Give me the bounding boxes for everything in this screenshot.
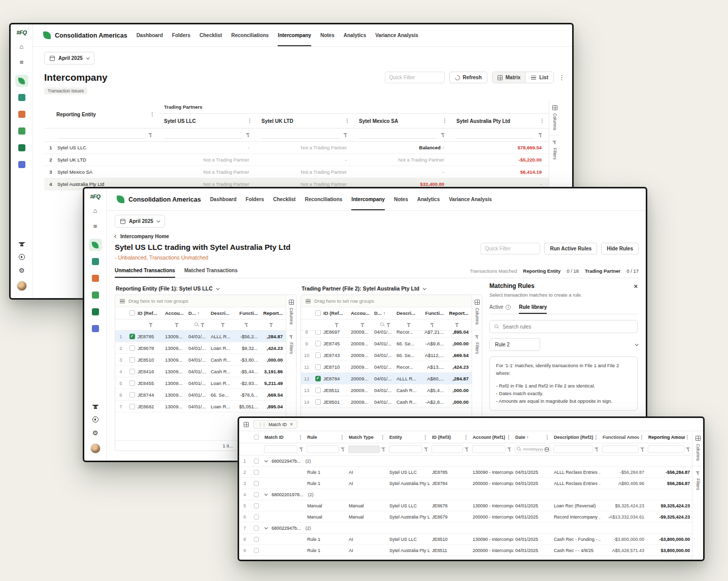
filter-funnel-icon[interactable] <box>175 322 179 327</box>
column-menu-icon[interactable]: ⋮ <box>639 435 644 440</box>
col-header-id[interactable]: ID (Ref... <box>138 310 165 316</box>
column-menu-icon[interactable]: ⋮ <box>545 435 550 440</box>
row-checkbox-checked[interactable]: ✓ <box>315 376 321 381</box>
filters-panel-tab[interactable]: Filters <box>692 466 703 495</box>
col-header-rule[interactable]: Rule⋮ <box>305 431 347 443</box>
row-group-dropzone[interactable]: Drag here to set row groups <box>115 295 286 307</box>
col-header-functional[interactable]: Functi... <box>421 310 445 316</box>
row-checkbox-checked[interactable]: ✓ <box>129 334 135 339</box>
account-filter-input[interactable] <box>472 445 506 453</box>
partner-col-sytel-uk[interactable]: Sytel UK LTD⋮ <box>256 114 354 128</box>
match-row[interactable]: 9 Rule 1 AI Sytel Australia Pty Ltd JE85… <box>239 545 692 556</box>
nav-intercompany[interactable]: Intercompany <box>351 188 385 210</box>
chevron-down-icon[interactable] <box>264 492 268 496</box>
filter-funnel-icon[interactable] <box>201 322 205 327</box>
rule-selector[interactable]: Rule 2 <box>489 338 540 351</box>
compass-icon[interactable] <box>19 254 25 260</box>
transaction-row[interactable]: 12 ✓ JE8784 20009... 04/01/... ALLL R...… <box>301 373 472 384</box>
file2-header[interactable]: Trading Partner (File 2): Sytel Australi… <box>301 282 482 295</box>
match-id-group-chip[interactable]: ⋮⋮ Match ID × <box>253 420 297 429</box>
row-checkbox[interactable] <box>315 364 321 370</box>
filter-funnel-icon[interactable] <box>465 447 469 451</box>
row-checkbox[interactable] <box>254 514 259 520</box>
row-checkbox[interactable] <box>129 404 135 409</box>
match-row[interactable]: 8 Rule 1 AI Sytel US LLC JE8510 130090 -… <box>239 534 692 545</box>
filters-panel-tab[interactable]: Filters <box>472 330 482 359</box>
row-checkbox[interactable] <box>254 459 259 464</box>
col-header-account[interactable]: Accou... <box>351 310 374 316</box>
matrix-cell-amount[interactable]: $32,400.00 <box>354 181 451 187</box>
column-filter-input[interactable] <box>359 131 437 139</box>
col-header-match-id[interactable]: Match ID⋮ <box>262 431 305 443</box>
row-checkbox[interactable] <box>129 345 135 351</box>
row-checkbox[interactable] <box>129 357 135 363</box>
column-menu-icon[interactable]: ⋮ <box>593 435 599 440</box>
nav-reconciliations[interactable]: Reconciliations <box>305 188 342 210</box>
column-menu-icon[interactable]: ⋮ <box>247 118 252 123</box>
col-header-date[interactable]: D...↑ <box>188 310 211 316</box>
rules-search-input[interactable] <box>503 324 633 330</box>
col-header-reporting[interactable]: Report... <box>259 310 286 316</box>
columns-panel-tab[interactable]: Columns <box>286 295 296 330</box>
graduation-cap-icon[interactable] <box>18 242 25 247</box>
column-menu-icon[interactable]: ⋮ <box>340 435 345 440</box>
select-all-checkbox[interactable] <box>315 310 321 316</box>
transaction-row[interactable]: 9 JE8745 20009... 04/01/... 66. Se... -A… <box>301 338 472 349</box>
transaction-row[interactable]: 11 JE8710 20009... 04/01/... Recor... A$… <box>301 361 472 373</box>
col-header-entity[interactable]: Entity⋮ <box>387 431 430 443</box>
col-header-account[interactable]: Accou... <box>165 310 188 316</box>
rule-filter-input[interactable] <box>307 445 339 453</box>
col-header-reporting[interactable]: Report... <box>445 310 472 316</box>
nav-analytics[interactable]: Analytics <box>417 188 440 210</box>
quick-filter-input[interactable] <box>480 243 540 254</box>
filter-funnel-icon[interactable] <box>640 447 645 451</box>
filter-funnel-icon[interactable] <box>407 322 411 327</box>
filter-funnel-icon[interactable] <box>538 133 543 137</box>
col-header-date[interactable]: D...↑ <box>374 310 396 316</box>
filter-funnel-icon[interactable] <box>455 322 459 327</box>
gear-icon[interactable]: ⚙ <box>92 430 98 436</box>
graduation-cap-icon[interactable] <box>92 405 99 409</box>
nav-checklist[interactable]: Checklist <box>273 188 295 210</box>
match-group-row[interactable]: 7 680022947b...(2) <box>239 523 692 534</box>
nav-reconciliations[interactable]: Reconciliations <box>231 24 269 46</box>
list-filter-icon[interactable]: ≡ <box>90 221 101 231</box>
nav-notes[interactable]: Notes <box>394 188 408 210</box>
sidebar-item-app-6[interactable] <box>15 158 28 171</box>
tab-rule-library[interactable]: Rule library <box>519 302 547 314</box>
sidebar-item-app-5[interactable] <box>15 142 28 154</box>
matrix-cell-amount[interactable]: -$5,220.00 <box>451 157 549 163</box>
row-checkbox[interactable] <box>254 548 259 553</box>
row-checkbox[interactable] <box>254 470 259 475</box>
row-checkbox[interactable] <box>129 369 135 374</box>
select-all-checkbox[interactable] <box>254 435 259 440</box>
chevron-down-icon[interactable] <box>264 526 268 529</box>
nav-variance-analysis[interactable]: Variance Analysis <box>375 24 418 46</box>
filter-funnel-icon[interactable] <box>594 447 599 451</box>
row-checkbox[interactable] <box>254 503 259 508</box>
period-selector[interactable]: April 2025 <box>44 52 94 64</box>
user-avatar[interactable] <box>90 443 101 454</box>
select-all-checkbox[interactable] <box>129 310 135 316</box>
nav-variance-analysis[interactable]: Variance Analysis <box>449 188 492 210</box>
columns-panel-tab[interactable]: Columns <box>472 295 482 330</box>
description-filter-input[interactable] <box>553 445 593 453</box>
filter-funnel-icon[interactable] <box>244 322 249 327</box>
row-checkbox[interactable] <box>254 526 259 531</box>
sidebar-item-app-3[interactable] <box>89 272 102 284</box>
filter-funnel-icon[interactable] <box>381 447 386 451</box>
breadcrumb[interactable]: Intercompany Home <box>115 234 639 239</box>
nav-folders[interactable]: Folders <box>246 188 264 210</box>
row-checkbox[interactable] <box>315 352 321 358</box>
chevron-down-icon[interactable] <box>635 342 639 346</box>
column-menu-icon[interactable]: ⋮ <box>380 435 385 440</box>
filter-funnel-icon[interactable] <box>360 322 365 327</box>
filter-funnel-icon[interactable] <box>441 133 445 137</box>
functional-filter-input[interactable] <box>602 445 639 453</box>
tab-matched-transactions[interactable]: Matched Transactions <box>184 265 238 278</box>
matrix-view-button[interactable]: Matrix <box>492 72 525 83</box>
col-header-account-ref1[interactable]: Account (Ref1)⋮ <box>471 431 513 443</box>
match-group-row[interactable]: 1 680022947b...(2) <box>239 456 692 467</box>
list-filter-icon[interactable]: ≡ <box>16 57 27 67</box>
transaction-row[interactable]: 14 JE8501 20009... 04/01/... Cash R... -… <box>301 396 472 408</box>
